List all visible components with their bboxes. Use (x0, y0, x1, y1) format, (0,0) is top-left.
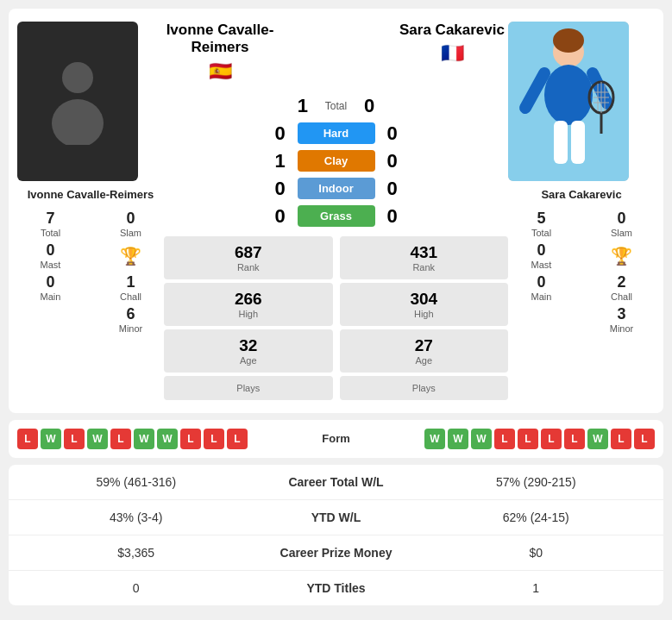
indoor-right-score: 0 (380, 178, 405, 200)
right-rank-label: Rank (354, 262, 495, 272)
stats-row-1: 43% (3-4)YTD W/L62% (24-15) (9, 500, 663, 535)
left-player-avatar (17, 22, 138, 181)
left-main-value: 0 (46, 273, 54, 291)
left-slam-value: 0 (126, 210, 135, 228)
grass-button[interactable]: Grass (298, 205, 375, 227)
left-form-badge-l: L (204, 429, 224, 449)
right-age-label: Age (354, 355, 495, 366)
left-name-center: Ivonne Cavalle-Reimers (164, 22, 276, 57)
hard-left-score: 0 (268, 122, 292, 145)
left-total-cell: 7 Total (17, 210, 84, 238)
clay-right-score: 0 (380, 150, 405, 172)
right-plays-value: Plays (354, 383, 495, 393)
indoor-button[interactable]: Indoor (298, 178, 375, 199)
right-player-photo (508, 22, 629, 181)
form-section: LWLWLWWLLL Form WWWLLLLWLL (9, 420, 663, 458)
right-player-stats: 5 Total 0 Slam 0 Mast 🏆 0 Main 2 (508, 210, 655, 334)
right-rank-col: 431 Rank 304 High 27 Age Plays (340, 236, 509, 400)
left-flag: 🇪🇸 (209, 60, 232, 83)
svg-rect-8 (554, 121, 568, 164)
right-minor-label: Minor (610, 323, 634, 334)
right-form-badge-w: W (448, 429, 468, 449)
left-form-badge-l: L (17, 429, 38, 449)
hard-row: 0 Hard 0 (164, 122, 508, 145)
left-age-value: 32 (178, 336, 319, 355)
left-slam-label: Slam (120, 228, 141, 238)
stats-row-left-2: $3,365 (22, 546, 250, 560)
right-form-badge-w: W (471, 429, 492, 449)
right-player-panel: Sara Cakarevic 5 Total 0 Slam 0 Mast 🏆 0 (508, 22, 655, 334)
right-rank-value: 431 (354, 243, 495, 262)
right-chall-cell: 2 Chall (588, 273, 655, 302)
left-form-badge-w: W (134, 429, 154, 449)
stats-row-left-1: 43% (3-4) (22, 510, 250, 524)
right-rank-box: 431 Rank (340, 236, 509, 279)
right-age-value: 27 (354, 336, 495, 355)
left-chall-label: Chall (120, 291, 141, 302)
stats-rows: 59% (461-316)Career Total W/L57% (290-21… (9, 465, 663, 605)
left-high-box: 266 High (164, 283, 333, 326)
right-player-illustration (508, 22, 629, 181)
right-form-badges: WWWLLLLWLL (424, 429, 655, 449)
stats-row-2: $3,365Career Prize Money$0 (9, 535, 663, 571)
stats-row-left-3: 0 (22, 581, 250, 595)
left-form-badge-w: W (87, 429, 108, 449)
right-chall-value: 2 (617, 273, 625, 291)
stats-row-right-2: $0 (423, 546, 650, 560)
right-form-badge-l: L (634, 429, 655, 449)
top-section: Ivonne Cavalle-Reimers 7 Total 0 Slam 0 … (9, 9, 663, 413)
right-total-label: Total (531, 228, 551, 238)
right-mast-cell: 0 Mast (508, 241, 575, 270)
left-form-badge-l: L (180, 429, 201, 449)
left-minor-value: 6 (126, 305, 135, 323)
left-rank-col: 687 Rank 266 High 32 Age Plays (164, 236, 333, 400)
left-player-silhouette (43, 59, 112, 145)
left-main-label: Main (41, 291, 61, 302)
svg-rect-9 (571, 121, 585, 164)
right-form-badge-l: L (564, 429, 585, 449)
left-form-badge-l: L (227, 429, 248, 449)
left-chall-cell: 1 Chall (97, 273, 164, 302)
svg-point-1 (52, 99, 104, 145)
right-form-badge-l: L (611, 429, 631, 449)
clay-left-score: 1 (268, 150, 292, 172)
left-rank-value: 687 (178, 243, 319, 262)
left-rank-label: Rank (178, 262, 319, 272)
hard-button[interactable]: Hard (298, 122, 375, 144)
right-form-badge-w: W (424, 429, 445, 449)
left-form-badges: LWLWLWWLLL (17, 429, 248, 449)
stats-row-left-0: 59% (461-316) (22, 475, 250, 489)
rank-high-section: 687 Rank 266 High 32 Age Plays (164, 236, 508, 400)
clay-row: 1 Clay 0 (164, 150, 508, 172)
left-mast-cell: 0 Mast (17, 241, 84, 270)
stats-row-center-3: YTD Titles (250, 581, 423, 595)
stats-row-0: 59% (461-316)Career Total W/L57% (290-21… (9, 465, 663, 500)
right-main-cell: 0 Main (508, 273, 575, 302)
right-slam-value: 0 (617, 210, 625, 228)
right-slam-cell: 0 Slam (588, 210, 655, 238)
total-label: Total (320, 100, 352, 112)
clay-button[interactable]: Clay (298, 150, 375, 172)
right-player-name: Sara Cakarevic (508, 188, 655, 201)
svg-point-4 (553, 28, 584, 53)
right-name-center: Sara Cakarevic (399, 22, 505, 39)
total-left-score: 1 (291, 95, 315, 117)
left-mast-label: Mast (41, 260, 61, 270)
left-high-value: 266 (178, 290, 319, 309)
right-main-value: 0 (537, 273, 545, 291)
left-minor-cell: 6 Minor (97, 305, 164, 334)
grass-right-score: 0 (380, 205, 405, 228)
indoor-row: 0 Indoor 0 (164, 178, 508, 200)
right-trophy-icon: 🏆 (588, 241, 655, 270)
grass-left-score: 0 (268, 205, 292, 228)
stats-row-center-2: Career Prize Money (250, 546, 423, 560)
left-player-name: Ivonne Cavalle-Reimers (17, 188, 164, 201)
main-container: Ivonne Cavalle-Reimers 7 Total 0 Slam 0 … (0, 0, 672, 614)
right-form-badge-w: W (587, 429, 608, 449)
hard-right-score: 0 (380, 122, 405, 145)
left-player-stats: 7 Total 0 Slam 0 Mast 🏆 0 Main 1 (17, 210, 164, 334)
right-form-badge-l: L (541, 429, 562, 449)
left-form-badge-w: W (41, 429, 61, 449)
left-age-box: 32 Age (164, 329, 333, 373)
right-slam-label: Slam (611, 228, 632, 238)
